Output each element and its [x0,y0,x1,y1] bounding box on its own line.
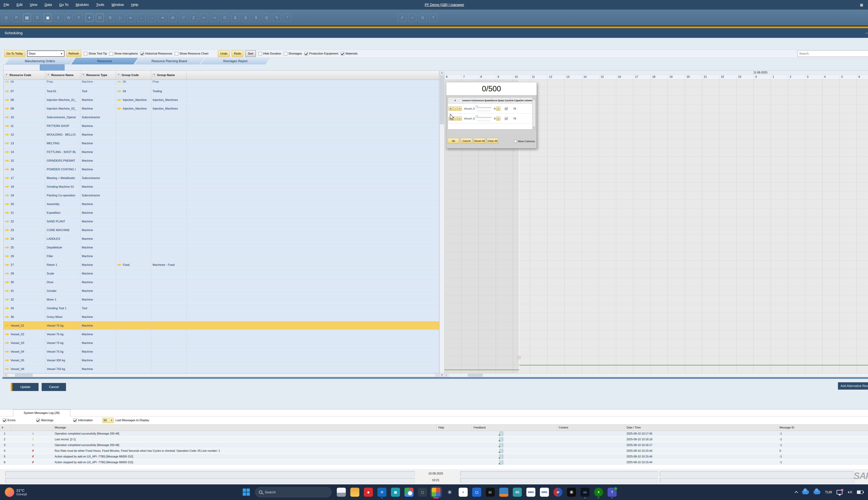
back-document-icon[interactable]: ⇐ [200,14,208,22]
checkbox[interactable] [284,52,287,55]
menu-item[interactable]: Tools [92,3,108,7]
resource-row[interactable]: 20 Assembly Machine [4,200,439,208]
menu-item[interactable]: File [0,3,13,7]
balance-icon[interactable]: § [242,14,250,22]
link-arrow-icon[interactable] [5,255,9,258]
has-cycles-checkbox[interactable] [505,107,508,110]
warnings-checkbox[interactable] [36,419,40,422]
ae-app-icon[interactable]: AE [513,488,522,497]
sub-tab-2[interactable] [40,65,65,71]
add-quantity-button[interactable]: + [496,116,500,121]
link-arrow-icon[interactable] [5,177,9,179]
gear-app-icon[interactable]: ✳ [567,488,576,497]
scroll-left-icon[interactable]: ⟨ [4,373,8,377]
sap-business-one-icon[interactable] [432,488,441,497]
column-header-resource-type[interactable]: Resource Type [80,71,116,80]
find-icon[interactable]: B [106,14,114,22]
link-arrow-icon[interactable] [5,342,9,344]
update-button[interactable]: Update [11,383,38,391]
remove-resource-button[interactable]: X [448,106,453,111]
link-arrow-icon[interactable] [5,298,9,301]
col-header-num[interactable]: # [0,424,11,431]
layout-icon[interactable]: ▦ [860,3,863,7]
resource-row[interactable]: 08 Injection Machine_01_ Machine Injecti… [4,96,439,104]
gantt-horizontal-scrollbar[interactable]: ⟨ ⟩ [444,373,868,377]
security-monitor-icon[interactable] [836,490,843,495]
resource-row[interactable]: 29 Scale Machine [4,269,439,278]
feedback-icon[interactable] [500,460,503,464]
interval-dropdown[interactable]: Days ▼ [27,50,65,57]
scroll-right-icon[interactable]: ⟩ [435,373,439,377]
quantity-slider[interactable] [475,114,492,122]
link-arrow-icon[interactable] [5,220,9,223]
resource-row[interactable]: Vessel_04 Vessel 75 kg Machine [4,348,439,356]
authorize-icon[interactable]: ✓ [408,14,416,22]
col-header-message[interactable]: Message [53,424,437,431]
checkbox[interactable] [341,52,344,55]
taskbar-search[interactable]: Search [255,487,332,497]
table-vertical-scrollbar[interactable]: ▲ ▼ [439,70,444,377]
feedback-icon[interactable] [500,432,503,436]
settings-gears-icon[interactable]: ✳ [445,488,454,497]
resource-row[interactable]: 25 Depalletizer Machine [4,243,439,252]
help-icon[interactable]: ? [429,14,437,22]
scroll-left-icon[interactable]: ⟨ [444,373,448,377]
resource-row[interactable]: 32 Mixer 1 Machine [4,295,439,304]
col-header-datetime[interactable]: Date / Time [625,424,778,431]
print-icon[interactable]: P [12,14,21,22]
redo-button[interactable]: Redo [231,50,243,57]
resource-row[interactable]: 30 Dicer Machine [4,278,439,287]
sort-az-icon[interactable]: Z [190,14,197,22]
resource-row[interactable]: 23 CORE MACHINE Machine [4,226,439,235]
resource-row[interactable]: 10 Subcontractor_Operat Subcontractor [4,113,439,122]
link-arrow-icon[interactable] [5,324,9,327]
resource-row[interactable]: 36 Gravy Mixer Machine [4,313,439,321]
console-window-icon[interactable]: ▢ [418,488,427,497]
language-indicator[interactable]: TUR [825,490,832,494]
menu-item[interactable]: Window [108,3,127,7]
file-explorer-icon[interactable] [337,488,346,497]
wms-icon-2[interactable]: WMS [540,488,549,497]
resource-row[interactable]: Vessel_02 Vessel 75 kg Machine [4,330,439,339]
price-search-icon[interactable]: Q [262,14,271,22]
col-header-message-id[interactable]: Message ID [778,424,868,431]
resource-row[interactable]: 13 MELTING Machine [4,139,439,148]
menu-item[interactable]: Help [127,3,142,7]
checkbox[interactable] [305,52,308,55]
resource-row[interactable]: 15 GRINDERS PNEMAT Machine [4,157,439,165]
column-header-group-name[interactable]: Group Name [151,71,186,80]
share-icon[interactable]: ↗ [398,14,406,22]
schedule-icon[interactable]: O [221,14,229,22]
link-arrow-icon[interactable] [5,368,9,370]
message-row[interactable]: 4 Run Rate must be eihter Fixed Hours, F… [0,448,868,454]
col-header-context[interactable]: Context [557,424,625,431]
link-arrow-icon[interactable] [5,229,9,231]
weather-widget[interactable]: 21°C Güneşli [5,488,27,497]
export-word-icon[interactable]: W [65,14,72,22]
muted-speaker-icon[interactable]: 🕨✕ [847,490,852,495]
resource-row[interactable]: 06 Prep Machine 06 Prep [4,80,439,87]
messages-log-tab[interactable]: System Messages Log (28) [13,409,70,416]
find-preview-icon[interactable]: Q [2,14,10,22]
scrollbar-thumb[interactable] [15,374,33,377]
feedback-icon[interactable] [500,437,503,442]
link-arrow-icon[interactable] [5,80,9,83]
sub-tab-1[interactable] [3,65,40,71]
col-header-severity[interactable] [11,424,53,431]
scroll-up-icon[interactable]: ∧ [533,98,535,101]
filter-icon[interactable] [82,73,85,77]
col-header-feedback[interactable]: Feedback [472,424,557,431]
link-arrow-icon[interactable] [5,151,9,153]
menu-item[interactable]: Data [41,3,56,7]
message-row[interactable]: 6 Action stopped by add-on (UI_API -7780… [0,459,868,465]
folder-icon[interactable] [350,488,359,497]
go-to-today-button[interactable]: Go To Today [4,50,25,57]
link-arrow-icon[interactable] [5,142,9,145]
scrollbar-thumb[interactable] [468,374,483,377]
column-header-resource-name[interactable]: Resource Name [45,71,80,80]
xbox-icon[interactable]: X [594,488,603,497]
link-arrow-icon[interactable] [5,359,9,362]
resource-row[interactable]: 22 SAND PLANT Machine [4,217,439,226]
resource-row[interactable]: Vessel_01 Vessel 75 kg Machine [4,321,439,330]
link-arrow-icon[interactable] [5,333,9,336]
